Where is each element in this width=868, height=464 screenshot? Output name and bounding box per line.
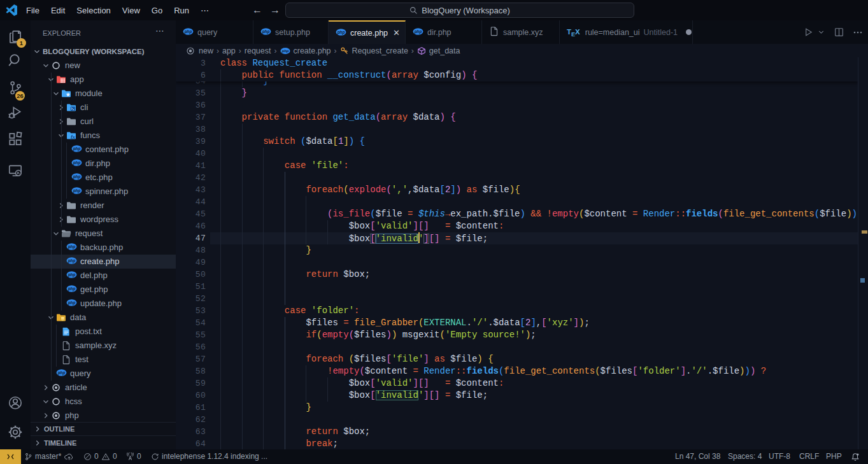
svg-text:php: php — [57, 370, 66, 375]
svg-text:fx: fx — [71, 134, 76, 140]
svg-text:php: php — [414, 29, 422, 34]
svg-text:php: php — [337, 29, 345, 34]
svg-text:php: php — [73, 146, 81, 151]
svg-text:php: php — [262, 29, 270, 34]
svg-text:php: php — [184, 29, 192, 34]
svg-text:php: php — [73, 174, 81, 179]
svg-text:php: php — [68, 300, 76, 305]
svg-text:php: php — [68, 272, 76, 277]
svg-text:php: php — [281, 49, 288, 53]
svg-text:php: php — [73, 160, 81, 165]
svg-text:php: php — [68, 258, 76, 263]
svg-text:php: php — [68, 244, 76, 249]
svg-text:php: php — [73, 188, 81, 193]
svg-text:php: php — [68, 286, 76, 291]
